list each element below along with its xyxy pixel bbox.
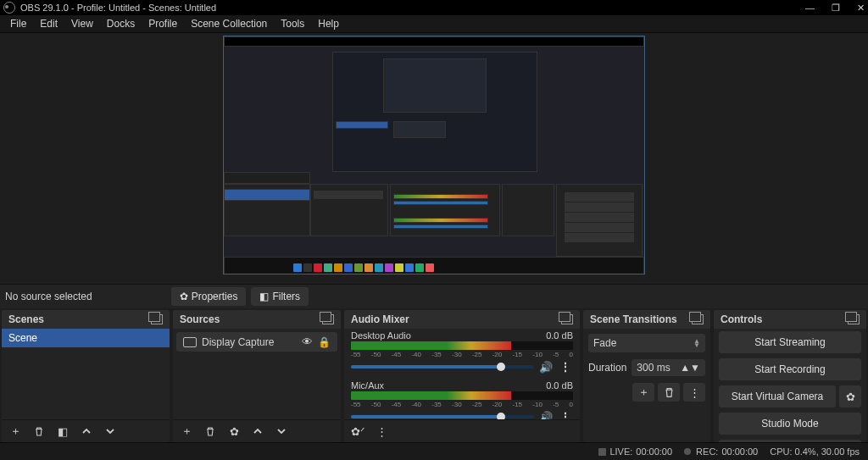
mixer-advanced-button[interactable]: ✿ᐟ: [348, 423, 368, 440]
status-bar: LIVE: 00:00:00 REC: 00:00:00 CPU: 0.4%, …: [0, 442, 868, 460]
display-icon: [183, 337, 197, 347]
meter-ticks: -55-50-45-40-35-30-25-20-15-10-50: [351, 401, 573, 408]
title-bar: OBS 29.1.0 - Profile: Untitled - Scenes:…: [0, 0, 868, 15]
no-source-label: No source selected: [5, 291, 92, 302]
lock-toggle[interactable]: 🔒: [318, 336, 331, 348]
close-button[interactable]: ✕: [857, 3, 865, 14]
mixer-track: Mic/Aux0.0 dB-55-50-45-40-35-30-25-20-15…: [344, 379, 580, 419]
popout-icon[interactable]: [561, 314, 573, 324]
scenes-panel: Scenes Scene ＋ ◧: [2, 310, 170, 442]
start-streaming-button[interactable]: Start Streaming: [719, 331, 861, 353]
speaker-icon[interactable]: 🔊: [539, 411, 553, 420]
meter-ticks: -55-50-45-40-35-30-25-20-15-10-50: [351, 351, 573, 358]
sources-panel: Sources Display Capture 👁 🔒 ＋ ✿: [173, 310, 341, 442]
menu-docks[interactable]: Docks: [100, 16, 142, 31]
filter-icon: ◧: [259, 291, 269, 302]
menu-bar: File Edit View Docks Profile Scene Colle…: [0, 15, 868, 33]
start-recording-button[interactable]: Start Recording: [719, 358, 861, 380]
track-menu-button[interactable]: ⋮: [558, 410, 573, 419]
updown-icon[interactable]: ▲▼: [693, 339, 700, 347]
menu-file[interactable]: File: [3, 16, 33, 31]
source-item[interactable]: Display Capture 👁 🔒: [176, 332, 337, 352]
sources-title: Sources: [180, 313, 220, 325]
menu-help[interactable]: Help: [311, 16, 346, 31]
audio-meter: [351, 341, 573, 350]
properties-button[interactable]: ✿Properties: [171, 287, 247, 306]
audio-meter: [351, 391, 573, 400]
remove-scene-button[interactable]: [29, 423, 49, 440]
rec-icon: [684, 448, 691, 455]
popout-icon[interactable]: [322, 314, 334, 324]
source-down-button[interactable]: [271, 423, 292, 440]
add-transition-button[interactable]: ＋: [632, 383, 654, 402]
add-scene-button[interactable]: ＋: [5, 423, 25, 440]
studio-mode-button[interactable]: Studio Mode: [719, 413, 861, 435]
scene-item[interactable]: Scene: [2, 329, 170, 347]
duration-value: 300 ms: [637, 362, 670, 374]
menu-view[interactable]: View: [64, 16, 100, 31]
transition-value: Fade: [593, 337, 616, 349]
speaker-icon[interactable]: 🔊: [539, 361, 553, 374]
live-status: LIVE: 00:00:00: [598, 446, 672, 457]
menu-tools[interactable]: Tools: [274, 16, 311, 31]
mixer-menu-button[interactable]: ⋮: [371, 423, 392, 440]
transitions-title: Scene Transitions: [590, 313, 677, 325]
preview-area: [0, 33, 868, 284]
transitions-panel: Scene Transitions Fade ▲▼ Duration 300 m…: [583, 310, 710, 442]
scene-filter-button[interactable]: ◧: [53, 423, 73, 440]
track-menu-button[interactable]: ⋮: [558, 360, 573, 374]
transition-select[interactable]: Fade ▲▼: [588, 334, 705, 352]
source-up-button[interactable]: [248, 423, 268, 440]
app-icon: [3, 2, 15, 14]
scene-up-button[interactable]: [76, 423, 97, 440]
popout-icon[interactable]: [692, 314, 704, 324]
scene-down-button[interactable]: [100, 423, 120, 440]
track-name: Desktop Audio: [351, 330, 411, 341]
mixer-title: Audio Mixer: [351, 313, 409, 325]
scenes-title: Scenes: [8, 313, 44, 325]
track-db: 0.0 dB: [546, 380, 573, 391]
gear-icon: ✿: [180, 291, 188, 302]
minimize-button[interactable]: —: [805, 3, 815, 14]
volume-slider[interactable]: [351, 365, 534, 369]
source-item-label: Display Capture: [202, 336, 274, 348]
transition-menu-button[interactable]: ⋮: [683, 383, 705, 402]
audio-mixer-panel: Audio Mixer Desktop Audio0.0 dB-55-50-45…: [344, 310, 580, 442]
virtual-camera-settings-button[interactable]: ✿: [839, 385, 861, 407]
duration-input[interactable]: 300 ms ▲▼: [632, 359, 705, 376]
filters-button[interactable]: ◧Filters: [251, 287, 309, 306]
controls-panel: Controls Start Streaming Start Recording…: [714, 310, 866, 442]
cpu-status: CPU: 0.4%, 30.00 fps: [770, 446, 860, 457]
volume-slider[interactable]: [351, 415, 534, 418]
add-source-button[interactable]: ＋: [176, 423, 197, 440]
mixer-track: Desktop Audio0.0 dB-55-50-45-40-35-30-25…: [344, 329, 580, 379]
rec-status: REC: 00:00:00: [684, 446, 758, 457]
menu-scene-collection[interactable]: Scene Collection: [184, 16, 274, 31]
remove-source-button[interactable]: [200, 423, 220, 440]
preview-canvas[interactable]: [223, 36, 645, 274]
duration-label: Duration: [588, 362, 626, 374]
menu-profile[interactable]: Profile: [142, 16, 184, 31]
menu-edit[interactable]: Edit: [33, 16, 64, 31]
track-db: 0.0 dB: [546, 330, 573, 341]
maximize-button[interactable]: ❐: [832, 3, 840, 14]
popout-icon[interactable]: [151, 314, 163, 324]
track-name: Mic/Aux: [351, 380, 384, 391]
source-settings-button[interactable]: ✿: [224, 423, 244, 440]
start-virtual-camera-button[interactable]: Start Virtual Camera: [719, 385, 836, 407]
popout-icon[interactable]: [848, 314, 860, 324]
visibility-toggle[interactable]: 👁: [302, 335, 313, 348]
source-toolbar: No source selected ✿Properties ◧Filters: [0, 284, 868, 308]
window-title: OBS 29.1.0 - Profile: Untitled - Scenes:…: [20, 3, 216, 13]
controls-title: Controls: [721, 313, 762, 325]
remove-transition-button[interactable]: [658, 383, 680, 402]
live-icon: [598, 448, 606, 456]
updown-icon[interactable]: ▲▼: [680, 362, 700, 374]
